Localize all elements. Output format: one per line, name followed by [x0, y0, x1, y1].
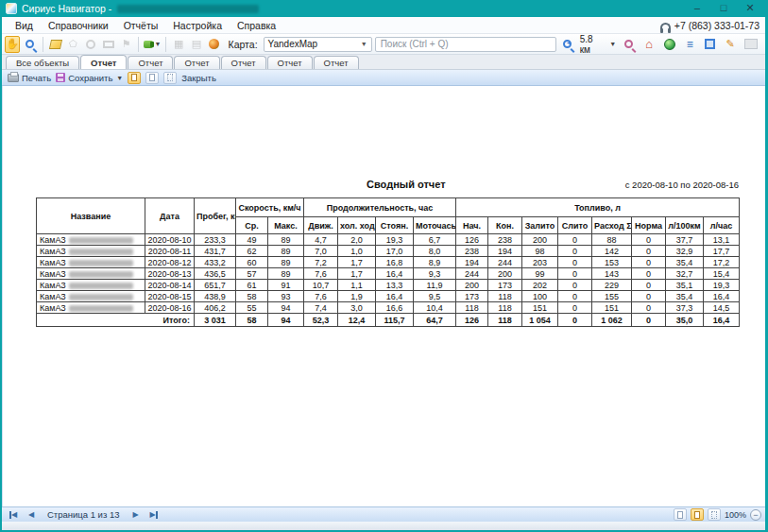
- title-bar: Сириус Навигатор - – □ ✕: [2, 0, 765, 17]
- value-cell: 151: [522, 302, 558, 314]
- pan-tool-button[interactable]: ✋: [5, 36, 20, 53]
- globe-button[interactable]: [661, 36, 677, 53]
- orb-icon: [209, 39, 219, 49]
- close-report-label: Закрыть: [181, 73, 216, 83]
- menu-directories[interactable]: Справочники: [41, 19, 116, 32]
- table-row: КамАЗ2020-08-11431,762897,01,017,08,0238…: [37, 246, 740, 257]
- map-edit-button[interactable]: [48, 36, 63, 53]
- total-value-cell: 118: [488, 314, 522, 327]
- value-cell: 35,4: [666, 257, 704, 268]
- magnifier-icon: [26, 40, 34, 48]
- value-cell: 203: [522, 257, 558, 268]
- redacted-plate: [69, 305, 133, 312]
- road-icon: ▤: [192, 38, 201, 50]
- flag-tool-button[interactable]: ⚑: [119, 36, 134, 53]
- value-cell: 16,4: [704, 291, 740, 302]
- zoom-out-button[interactable]: [621, 36, 637, 53]
- truck-icon: [144, 41, 153, 48]
- menu-settings[interactable]: Настройка: [165, 19, 230, 32]
- tab-report-3[interactable]: Отчет: [174, 56, 219, 69]
- minimize-button[interactable]: –: [686, 2, 708, 15]
- value-cell: 89: [268, 234, 304, 246]
- polygon-tool-button[interactable]: ⬠: [65, 36, 80, 53]
- col-header-fuel-norm: Норма: [632, 217, 666, 234]
- col-header-l-per-hour: л/час: [704, 217, 740, 234]
- value-cell: 0: [558, 257, 592, 268]
- circle-tool-button[interactable]: [83, 36, 98, 53]
- object-list-button[interactable]: ≡: [682, 36, 698, 53]
- value-cell: 10,7: [304, 280, 338, 291]
- layout-whole-page-button[interactable]: [708, 508, 721, 521]
- tab-report-1[interactable]: Отчет: [80, 55, 127, 69]
- search-input[interactable]: [375, 37, 556, 52]
- tab-strip: Все объекты Отчет Отчет Отчет Отчет Отче…: [2, 55, 765, 70]
- value-cell: 8,9: [414, 257, 456, 268]
- col-header-speed-max: Макс.: [268, 217, 304, 234]
- view-single-page-button[interactable]: [128, 72, 141, 84]
- tab-report-4[interactable]: Отчет: [221, 56, 266, 69]
- total-value-cell: 64,7: [414, 314, 456, 327]
- table-row: КамАЗ2020-08-13436,557897,61,716,49,3244…: [37, 268, 740, 280]
- maximize-button[interactable]: □: [712, 2, 735, 15]
- select-area-button[interactable]: [702, 36, 718, 53]
- notes-button[interactable]: ✎: [723, 36, 739, 53]
- zoom-tool-button[interactable]: [23, 36, 38, 53]
- menu-help[interactable]: Справка: [230, 19, 283, 32]
- tab-report-6[interactable]: Отчет: [314, 56, 359, 69]
- vehicle-button[interactable]: ▼: [144, 36, 161, 53]
- prev-page-button[interactable]: ◀: [24, 509, 39, 521]
- col-header-fuel-end: Кон.: [488, 217, 522, 234]
- menu-reports[interactable]: Отчёты: [116, 19, 166, 32]
- view-fit-button[interactable]: [163, 72, 177, 84]
- value-cell: 17,0: [376, 246, 414, 257]
- value-cell: 94: [268, 302, 304, 314]
- col-group-duration: Продолжительность, час: [304, 198, 456, 217]
- value-cell: 57: [236, 268, 268, 280]
- value-cell: 194: [488, 246, 522, 257]
- value-cell: 99: [522, 268, 558, 280]
- menu-view[interactable]: Вид: [8, 19, 41, 32]
- value-cell: 142: [592, 246, 632, 257]
- track-button[interactable]: ▤: [189, 36, 204, 53]
- rectangle-tool-button[interactable]: [101, 36, 116, 53]
- zoom-out-control[interactable]: −: [750, 509, 761, 521]
- value-cell: 200: [456, 280, 488, 291]
- total-value-cell: 1 054: [522, 314, 558, 327]
- total-value-cell: 3 031: [195, 314, 236, 327]
- col-header-speed-avg: Ср.: [236, 217, 268, 234]
- chevron-down-icon[interactable]: ▼: [609, 41, 616, 47]
- geozone-button[interactable]: [207, 36, 222, 53]
- save-button[interactable]: Сохранить ▼: [56, 73, 123, 83]
- last-page-button[interactable]: ▶: [146, 509, 162, 521]
- close-button[interactable]: ✕: [739, 2, 761, 15]
- col-header-fuel-drained: Слито: [558, 217, 592, 234]
- table-row: КамАЗ2020-08-10233,349894,72,019,36,7126…: [37, 234, 740, 246]
- report-table-body: КамАЗ2020-08-10233,349894,72,019,36,7126…: [37, 234, 740, 314]
- value-cell: 19,3: [376, 234, 414, 246]
- tab-all-objects[interactable]: Все объекты: [6, 56, 79, 69]
- status-strip: [2, 522, 765, 530]
- grid-view-button[interactable]: ▦: [171, 36, 186, 53]
- tab-report-5[interactable]: Отчет: [267, 56, 313, 69]
- total-value-cell: 94: [268, 314, 304, 327]
- first-page-button[interactable]: ◀: [6, 509, 21, 521]
- layout-fit-width-button[interactable]: [691, 508, 704, 521]
- value-cell: 0: [632, 257, 666, 268]
- next-page-button[interactable]: ▶: [128, 509, 144, 521]
- home-button[interactable]: ⌂: [641, 36, 657, 53]
- date-cell: 2020-08-16: [145, 302, 195, 314]
- tab-report-2[interactable]: Отчет: [128, 56, 173, 69]
- value-cell: 173: [488, 280, 522, 291]
- map-select[interactable]: YandexMap ▼: [264, 37, 372, 52]
- date-cell: 2020-08-12: [145, 257, 195, 268]
- report-period: с 2020-08-10 по 2020-08-16: [625, 180, 739, 190]
- report-table: Название Дата Пробег, км Скорость, км/ч …: [36, 197, 740, 327]
- close-report-button[interactable]: Закрыть: [181, 73, 216, 83]
- layout-single-button[interactable]: [674, 508, 687, 521]
- print-button[interactable]: Печать: [8, 73, 51, 83]
- value-cell: 151: [592, 302, 632, 314]
- value-cell: 35,4: [666, 291, 704, 302]
- view-continuous-button[interactable]: [145, 72, 159, 84]
- zoom-in-button[interactable]: +: [559, 36, 575, 53]
- value-cell: 9,3: [414, 268, 456, 280]
